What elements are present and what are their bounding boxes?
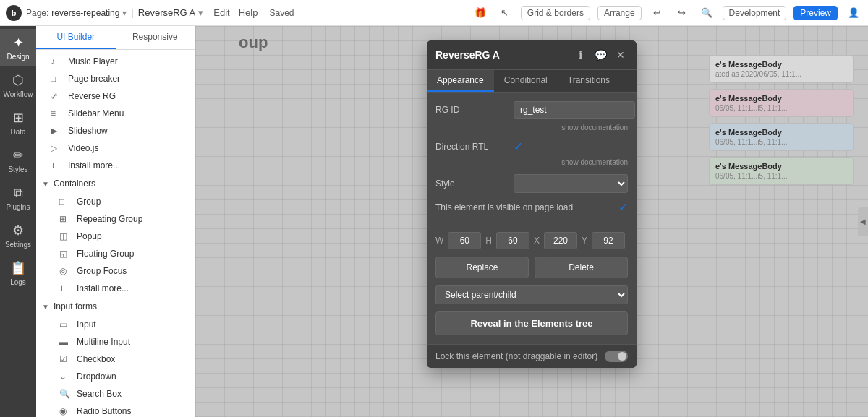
input-icon: ▭	[59, 319, 71, 330]
arrange-button[interactable]: Arrange	[597, 6, 642, 20]
cursor-icon[interactable]: ↖	[496, 4, 514, 22]
panel-item-multiline[interactable]: ▬ Multiline Input	[36, 333, 195, 351]
current-page-dropdown-icon[interactable]: ▾	[198, 7, 203, 18]
x-label: X	[534, 236, 540, 246]
panel-content: ♪ Music Player □ Page breaker ⤢ Reverse …	[36, 50, 195, 417]
panel-item-repeating-group[interactable]: ⊞ Repeating Group	[36, 210, 195, 228]
panel-item-checkbox[interactable]: ☑ Checkbox	[36, 351, 195, 368]
select-parent-select[interactable]: Select parent/child	[435, 285, 628, 304]
lock-label: Lock this element (not draggable in edit…	[435, 351, 597, 361]
panel-item-group[interactable]: □ Group	[36, 193, 195, 210]
sidebar-item-plugins[interactable]: ⧉ Plugins	[0, 179, 36, 217]
grid-borders-button[interactable]: Grid & borders	[521, 6, 590, 20]
undo-icon[interactable]: ↩	[649, 4, 666, 22]
direction-rtl-row: Direction RTL ✓	[435, 139, 628, 153]
modal-comment-icon[interactable]: 💬	[593, 48, 608, 62]
user-avatar[interactable]: 👤	[845, 4, 862, 22]
topbar-right: 🎁 ↖ Grid & borders Arrange ↩ ↪ 🔍 Develop…	[472, 4, 862, 22]
edit-link[interactable]: Edit	[213, 7, 229, 18]
search-icon[interactable]: 🔍	[698, 4, 715, 22]
checkbox-icon: ☑	[59, 354, 71, 364]
panel-item-install-more-2[interactable]: + Install more...	[36, 280, 195, 297]
modal-title: ReverseRG A	[435, 49, 573, 61]
style-label: Style	[435, 179, 508, 189]
rg-id-input[interactable]	[514, 101, 635, 119]
tab-ui-builder[interactable]: UI Builder	[36, 26, 116, 49]
slidebar-icon: ≡	[51, 108, 62, 119]
dropdown-icon: ⌄	[59, 371, 71, 382]
app-logo: b	[6, 5, 22, 21]
panel-item-radio[interactable]: ◉ Radio Buttons	[36, 403, 195, 417]
panel-item-popup[interactable]: ◫ Popup	[36, 228, 195, 245]
reveal-button[interactable]: Reveal in the Elements tree	[435, 311, 628, 335]
sidebar-item-settings[interactable]: ⚙ Settings	[0, 217, 36, 254]
x-input[interactable]	[544, 232, 577, 249]
panel-item-video-js[interactable]: ▷ Video.js	[36, 139, 195, 157]
sidebar-item-design[interactable]: ✦ Design	[0, 29, 36, 66]
panel-item-floating-group[interactable]: ◱ Floating Group	[36, 245, 195, 262]
page-dropdown-icon[interactable]: ▾	[122, 8, 127, 18]
topbar-actions: Edit Help Saved	[213, 7, 294, 18]
select-parent-row: Select parent/child	[435, 285, 628, 304]
y-input[interactable]	[592, 232, 625, 249]
modal-tab-appearance[interactable]: Appearance	[427, 70, 494, 92]
current-page-name: ReverseRG A	[138, 7, 195, 18]
visible-checkmark[interactable]: ✓	[618, 200, 628, 214]
h-input[interactable]	[496, 232, 529, 249]
multiline-icon: ▬	[59, 337, 71, 347]
panel-item-search-box[interactable]: 🔍 Search Box	[36, 385, 195, 403]
modal-tab-transitions[interactable]: Transitions	[558, 70, 620, 92]
panel-item-page-breaker[interactable]: □ Page breaker	[36, 70, 195, 87]
style-row: Style	[435, 174, 628, 193]
modal-header-icons: ℹ 💬 ✕	[573, 48, 628, 62]
modal-close-icon[interactable]: ✕	[613, 48, 628, 62]
redo-icon[interactable]: ↪	[673, 4, 691, 22]
w-input[interactable]	[448, 232, 481, 249]
popup-icon: ◫	[59, 231, 71, 241]
section-containers[interactable]: ▼ Containers	[36, 174, 195, 193]
left-panel: UI Builder Responsive ♪ Music Player □ P…	[36, 26, 195, 417]
h-label: H	[485, 236, 492, 246]
page-selector: Page: reverse-repeating ▾	[26, 8, 127, 18]
music-player-icon: ♪	[51, 56, 62, 66]
lock-toggle[interactable]	[605, 351, 628, 362]
panel-item-slideshow[interactable]: ▶ Slideshow	[36, 122, 195, 139]
delete-button[interactable]: Delete	[535, 257, 628, 278]
section-input-forms[interactable]: ▼ Input forms	[36, 297, 195, 316]
panel-tabs: UI Builder Responsive	[36, 26, 195, 50]
help-link[interactable]: Help	[239, 7, 258, 18]
direction-rtl-checkmark[interactable]: ✓	[514, 139, 523, 153]
sidebar-item-data[interactable]: ⊞ Data	[0, 104, 36, 142]
panel-item-install-more-1[interactable]: + Install more...	[36, 157, 195, 174]
logs-icon: 📋	[10, 260, 26, 276]
panel-item-slidebar[interactable]: ≡ Slidebar Menu	[36, 105, 195, 122]
slideshow-icon: ▶	[51, 126, 62, 136]
development-button[interactable]: Development	[723, 6, 787, 20]
sidebar-item-styles[interactable]: ✏ Styles	[0, 142, 36, 179]
panel-item-group-focus[interactable]: ◎ Group Focus	[36, 262, 195, 280]
tab-responsive[interactable]: Responsive	[116, 26, 195, 49]
direction-rtl-subdoc[interactable]: show documentation	[561, 158, 628, 166]
page-name: reverse-repeating	[51, 8, 119, 18]
modal-info-icon[interactable]: ℹ	[573, 48, 587, 62]
rg-id-label: RG ID	[435, 105, 508, 115]
sidebar-item-logs[interactable]: 📋 Logs	[0, 254, 36, 292]
gift-icon[interactable]: 🎁	[472, 4, 489, 22]
dimensions-row: W H X Y	[435, 232, 628, 249]
rg-id-row: RG ID	[435, 101, 628, 119]
visible-row: This element is visible on page load ✓	[435, 200, 628, 214]
panel-item-dropdown[interactable]: ⌄ Dropdown	[36, 368, 195, 385]
containers-arrow: ▼	[42, 180, 49, 188]
panel-item-input[interactable]: ▭ Input	[36, 316, 195, 333]
style-select[interactable]	[514, 174, 628, 193]
sidebar-label-styles: Styles	[8, 165, 27, 173]
plugins-icon: ⧉	[14, 186, 23, 201]
rg-id-subdoc[interactable]: show documentation	[561, 124, 628, 132]
replace-button[interactable]: Replace	[435, 257, 529, 278]
modal-tab-conditional[interactable]: Conditional	[494, 70, 558, 92]
panel-item-music-player[interactable]: ♪ Music Player	[36, 53, 195, 70]
modal-tabs: Appearance Conditional Transitions	[427, 70, 637, 93]
panel-item-reverse-rg[interactable]: ⤢ Reverse RG	[36, 87, 195, 105]
sidebar-item-workflow[interactable]: ⬡ Workflow	[0, 66, 36, 104]
preview-button[interactable]: Preview	[793, 6, 838, 20]
